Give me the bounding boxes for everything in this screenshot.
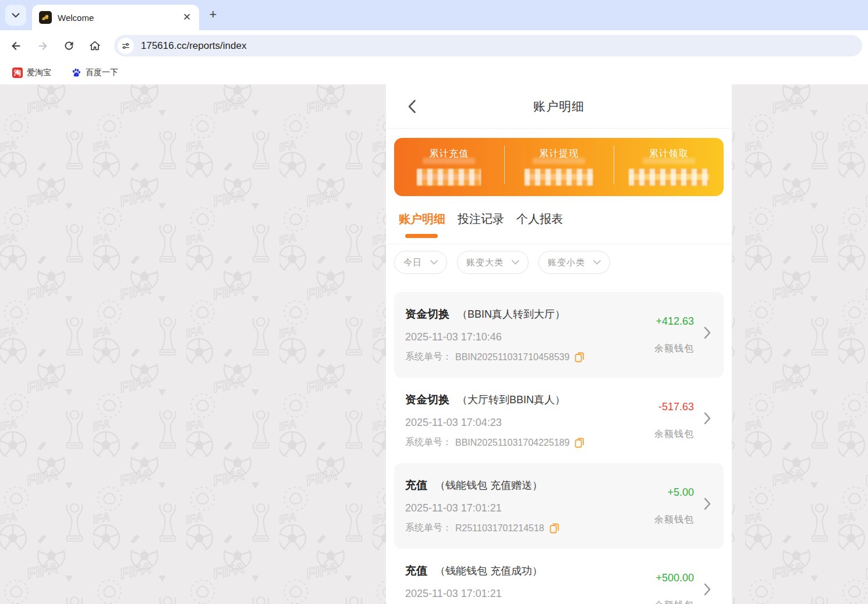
transaction-datetime: 2025-11-03 17:04:23: [405, 417, 642, 429]
summary-label: 累计提现: [539, 148, 579, 160]
reload-icon: [63, 40, 75, 52]
site-settings-icon[interactable]: [118, 38, 134, 54]
transaction-amount: +500.00: [656, 572, 694, 584]
forward-button[interactable]: [33, 36, 52, 56]
active-tab-underline: [405, 234, 438, 238]
order-label: 系统单号：: [405, 351, 452, 363]
panel-header: 账户明细: [386, 84, 732, 129]
transaction-amount: +412.63: [656, 315, 694, 328]
transaction-type: 充值: [405, 563, 427, 578]
summary-total-withdraw: 累计提现: [504, 138, 614, 196]
taobao-icon: 淘: [12, 67, 23, 78]
tab-account-detail[interactable]: 账户明细: [399, 211, 445, 227]
order-number: R2511031701214518: [455, 523, 544, 534]
order-label: 系统单号：: [405, 522, 452, 534]
chevron-right-icon: [704, 497, 711, 512]
url-text: 175616.cc/reports/index: [141, 40, 246, 52]
censored-value: [525, 169, 593, 186]
url-bar[interactable]: 175616.cc/reports/index: [114, 35, 862, 56]
transaction-row[interactable]: 资金切换 （大厅转到BBIN真人） 2025-11-03 17:04:23 系统…: [394, 378, 724, 463]
tab-bet-records[interactable]: 投注记录: [458, 211, 504, 227]
tab-personal-report[interactable]: 个人报表: [516, 211, 563, 227]
transaction-datetime: 2025-11-03 17:01:21: [405, 502, 642, 514]
transaction-row[interactable]: 充值 （钱能钱包 充值成功） 2025-11-03 17:01:21 系统单号：…: [394, 549, 724, 604]
order-number: BBIN202511031704225189: [455, 438, 569, 448]
transaction-subtitle: （钱能钱包 充值成功）: [435, 564, 543, 578]
copy-icon[interactable]: [550, 523, 559, 534]
bookmark-taobao[interactable]: 淘 爱淘宝: [9, 65, 55, 80]
wallet-name: 余额钱包: [654, 514, 694, 526]
chevron-left-icon: [408, 100, 416, 113]
tab-search-button[interactable]: [5, 5, 26, 26]
new-tab-button[interactable]: +: [205, 7, 221, 23]
chevron-down-icon: [512, 260, 519, 265]
copy-icon[interactable]: [575, 352, 584, 363]
transaction-type: 充值: [405, 478, 427, 493]
censored-value: [629, 169, 709, 186]
page-content: FIFA FIFA 账户明细 累计充值 累计提现: [0, 84, 868, 604]
bookmarks-bar: 淘 爱淘宝 百度一下: [0, 61, 868, 84]
transaction-row[interactable]: 充值 （钱能钱包 充值赠送） 2025-11-03 17:01:21 系统单号：…: [394, 463, 724, 549]
browser-tab[interactable]: Welcome ✕: [32, 5, 199, 30]
transaction-subtitle: （BBIN真人转到大厅）: [457, 307, 565, 321]
browser-tab-strip: Welcome ✕ +: [0, 0, 868, 30]
chevron-down-icon: [430, 260, 438, 265]
transaction-side: -517.63 余额钱包: [654, 378, 694, 463]
site-favicon-icon: [39, 11, 52, 24]
chevron-right-icon: [704, 411, 711, 427]
order-number: BBIN202511031710458539: [455, 352, 569, 363]
home-icon: [88, 40, 101, 52]
transaction-type: 资金切换: [405, 307, 449, 322]
transaction-order-line: 系统单号： BBIN202511031704225189: [405, 436, 642, 449]
baidu-icon: [71, 67, 82, 78]
chevron-right-icon: [704, 326, 711, 341]
reload-button[interactable]: [59, 36, 79, 56]
browser-toolbar: 175616.cc/reports/index: [0, 30, 868, 61]
transaction-subtitle: （钱能钱包 充值赠送）: [435, 478, 543, 492]
filter-date-dropdown[interactable]: 今日: [394, 251, 447, 274]
filter-minor-category-dropdown[interactable]: 账变小类: [538, 251, 610, 274]
filter-major-category-dropdown[interactable]: 账变大类: [457, 251, 529, 274]
copy-icon[interactable]: [575, 438, 584, 448]
transaction-title: 资金切换 （大厅转到BBIN真人）: [405, 392, 642, 407]
summary-label: 累计充值: [429, 148, 469, 160]
filter-label: 账变大类: [466, 257, 504, 268]
transaction-type: 资金切换: [405, 392, 449, 407]
home-button[interactable]: [85, 36, 105, 56]
filter-label: 账变小类: [548, 257, 585, 268]
forward-arrow-icon: [36, 40, 49, 52]
wallet-name: 余额钱包: [654, 428, 694, 440]
back-button[interactable]: [6, 36, 26, 56]
transaction-title: 充值 （钱能钱包 充值赠送）: [405, 478, 642, 493]
back-arrow-icon: [10, 40, 23, 52]
transaction-amount: +5.00: [667, 486, 694, 499]
back-chevron-button[interactable]: [403, 98, 420, 115]
transaction-title: 充值 （钱能钱包 充值成功）: [405, 563, 642, 578]
filter-row: 今日 账变大类 账变小类: [386, 244, 732, 284]
censored-value: [417, 169, 481, 186]
chevron-down-icon: [12, 10, 20, 20]
bookmark-baidu[interactable]: 百度一下: [68, 65, 122, 80]
transaction-side: +412.63 余额钱包: [654, 292, 694, 378]
bookmark-label: 百度一下: [86, 67, 118, 78]
transaction-list: 资金切换 （BBIN真人转到大厅） 2025-11-03 17:10:46 系统…: [386, 284, 732, 604]
section-tabs: 账户明细 投注记录 个人报表: [386, 196, 732, 227]
wallet-name: 余额钱包: [654, 599, 694, 604]
transaction-amount: -517.63: [658, 401, 694, 413]
order-label: 系统单号：: [405, 436, 452, 449]
transaction-title: 资金切换 （BBIN真人转到大厅）: [405, 307, 642, 322]
transaction-datetime: 2025-11-03 17:10:46: [405, 331, 642, 343]
account-detail-panel: 账户明细 累计充值 累计提现 累计领取 账户明细 投注记录 个人报表: [386, 84, 732, 604]
transaction-subtitle: （大厅转到BBIN真人）: [457, 393, 565, 407]
transaction-side: +500.00 余额钱包: [654, 549, 694, 604]
transaction-row[interactable]: 资金切换 （BBIN真人转到大厅） 2025-11-03 17:10:46 系统…: [394, 292, 724, 378]
transaction-side: +5.00 余额钱包: [654, 463, 694, 549]
transaction-order-line: 系统单号： R2511031701214518: [405, 522, 642, 534]
filter-label: 今日: [403, 257, 422, 268]
bookmark-label: 爱淘宝: [27, 67, 51, 78]
summary-card: 累计充值 累计提现 累计领取: [394, 138, 724, 196]
chevron-down-icon: [593, 260, 601, 265]
transaction-datetime: 2025-11-03 17:01:21: [405, 588, 642, 600]
transaction-order-line: 系统单号： BBIN202511031710458539: [405, 351, 642, 363]
close-tab-icon[interactable]: ✕: [182, 12, 192, 23]
